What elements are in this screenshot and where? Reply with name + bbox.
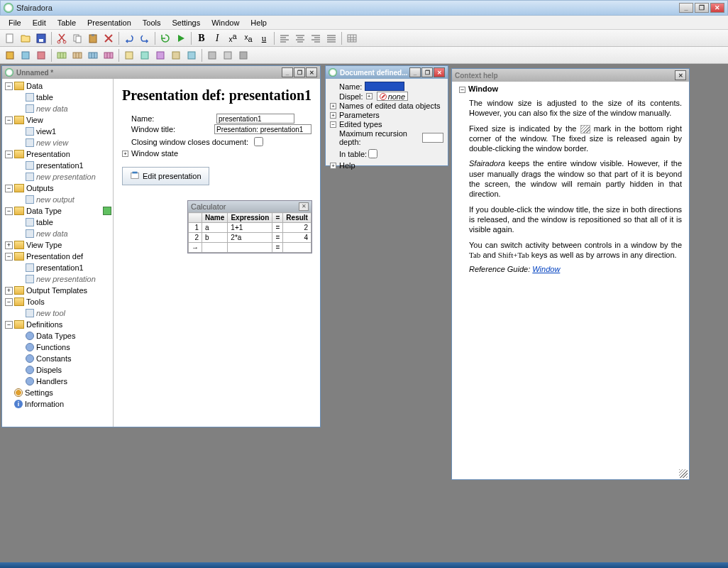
doc-help-label[interactable]: Help: [339, 161, 355, 170]
run-icon[interactable]: [174, 31, 188, 45]
window-help-titlebar[interactable]: Context help ✕: [452, 69, 689, 82]
bold-icon[interactable]: B: [194, 31, 209, 45]
tree-settings[interactable]: Settings: [4, 387, 111, 398]
doc-dispel-value[interactable]: none: [377, 92, 408, 101]
restore-button[interactable]: ❐: [695, 3, 709, 13]
doc-names-label[interactable]: Names of edited data objects: [339, 102, 440, 110]
menu-settings[interactable]: Settings: [166, 17, 206, 28]
window-unnamed-close[interactable]: ✕: [306, 67, 317, 77]
tool-icon-4[interactable]: [55, 48, 69, 62]
tree-definitions[interactable]: −Definitions: [4, 319, 111, 330]
doc-dispel-expand[interactable]: +: [366, 93, 373, 99]
window-unnamed-maximize[interactable]: ❐: [294, 67, 305, 77]
doc-intable-checkbox[interactable]: [368, 149, 377, 158]
tree-functions[interactable]: Functions: [4, 342, 111, 353]
menu-presentation[interactable]: Presentation: [82, 17, 137, 28]
tree-view1[interactable]: view1: [4, 126, 111, 137]
window-docdef-maximize[interactable]: ❐: [421, 67, 433, 77]
doc-types-label[interactable]: Edited types: [339, 120, 382, 129]
minimize-button[interactable]: _: [679, 3, 693, 13]
tree-datatype-newdata[interactable]: new data: [4, 228, 111, 239]
tree-data[interactable]: −Data: [4, 80, 111, 92]
window-unnamed-titlebar[interactable]: Unnamed * _ ❐ ✕: [2, 66, 320, 79]
tree-outputs[interactable]: −Outputs: [4, 182, 111, 194]
refresh-icon[interactable]: [158, 31, 172, 45]
tree-tools[interactable]: −Tools: [4, 296, 111, 307]
align-right-icon[interactable]: [309, 31, 323, 45]
tree-view[interactable]: −View: [4, 114, 111, 126]
tree-handlers[interactable]: Handlers: [4, 376, 111, 387]
menu-file[interactable]: File: [3, 17, 27, 28]
tree-information[interactable]: iInformation: [4, 398, 111, 410]
cut-icon[interactable]: [55, 31, 69, 45]
resize-grip-icon[interactable]: [679, 469, 688, 478]
tool-icon-13[interactable]: [205, 48, 219, 62]
undo-icon[interactable]: [122, 31, 136, 45]
tree-dispels[interactable]: Dispels: [4, 364, 111, 376]
tree-newview[interactable]: new view: [4, 137, 111, 148]
doc-types-expand[interactable]: −: [330, 121, 336, 128]
help-body[interactable]: −Window The window size is adjusted to t…: [452, 82, 689, 479]
window-unnamed-minimize[interactable]: _: [282, 67, 293, 77]
tool-icon-1[interactable]: [3, 48, 17, 62]
calculator-titlebar[interactable]: Calculator ✕: [188, 201, 311, 212]
align-justify-icon[interactable]: [324, 31, 338, 45]
paste-icon[interactable]: [86, 31, 100, 45]
calc-arrow-icon[interactable]: →: [189, 243, 202, 253]
tool-icon-7[interactable]: [101, 48, 116, 62]
table-icon[interactable]: [345, 31, 359, 45]
prop-closing-checkbox[interactable]: [254, 137, 263, 146]
tool-icon-11[interactable]: [169, 48, 183, 62]
tree-outtpl[interactable]: +Output Templates: [4, 285, 111, 296]
menu-table[interactable]: Table: [52, 17, 82, 28]
tree-newtool[interactable]: new tool: [4, 307, 111, 319]
align-center-icon[interactable]: [293, 31, 307, 45]
window-docdef-close[interactable]: ✕: [434, 67, 445, 77]
calc-col-name[interactable]: Name: [202, 213, 228, 223]
calculator-table[interactable]: NameExpression=Result 1a1+1=2 2b2*a=4 →=: [188, 212, 311, 253]
tree-newoutput[interactable]: new output: [4, 194, 111, 205]
subscript-icon[interactable]: xa: [241, 31, 255, 45]
copy-icon[interactable]: [70, 31, 84, 45]
align-left-icon[interactable]: [277, 31, 292, 45]
superscript-icon[interactable]: xa: [226, 31, 240, 45]
menu-edit[interactable]: Edit: [27, 17, 52, 28]
tree-presentation1[interactable]: presentation1: [4, 160, 111, 171]
tree-presdef-new[interactable]: new presentation: [4, 273, 111, 285]
tool-icon-9[interactable]: [138, 48, 152, 62]
doc-help-expand[interactable]: +: [330, 163, 336, 169]
doc-names-expand[interactable]: +: [330, 103, 336, 109]
delete-icon[interactable]: [101, 31, 116, 45]
tree-newpresentation[interactable]: new presentation: [4, 171, 111, 182]
new-file-icon[interactable]: [3, 31, 17, 45]
calc-col-eq[interactable]: =: [272, 213, 283, 223]
tool-icon-14[interactable]: [221, 48, 235, 62]
doc-maxrec-input[interactable]: [422, 133, 443, 143]
taskbar[interactable]: [0, 562, 728, 568]
prop-state-label[interactable]: Window state: [131, 149, 178, 158]
tree-constants[interactable]: Constants: [4, 353, 111, 364]
underline-icon[interactable]: u: [257, 31, 271, 45]
doc-name-input[interactable]: [365, 82, 404, 91]
open-icon[interactable]: [18, 31, 33, 45]
italic-icon[interactable]: I: [210, 31, 224, 45]
calculator-close[interactable]: ✕: [299, 202, 309, 211]
redo-icon[interactable]: [138, 31, 152, 45]
calculator-window[interactable]: Calculator ✕ NameExpression=Result 1a1+1…: [187, 200, 312, 253]
tool-icon-8[interactable]: [122, 48, 136, 62]
tool-icon-12[interactable]: [184, 48, 199, 62]
tree-datatype[interactable]: −Data Type: [4, 205, 111, 217]
help-section-collapse[interactable]: −: [459, 87, 465, 93]
tree-datatypes[interactable]: Data Types: [4, 330, 111, 342]
help-reference-link[interactable]: Window: [532, 265, 560, 273]
window-docdef-titlebar[interactable]: Document defined... _ ❐ ✕: [326, 66, 448, 79]
tool-icon-5[interactable]: [70, 48, 84, 62]
close-button[interactable]: ✕: [710, 3, 724, 13]
tree-presdef-presentation1[interactable]: presentation1: [4, 262, 111, 273]
tool-icon-6[interactable]: [86, 48, 100, 62]
prop-name-input[interactable]: [216, 114, 294, 124]
doc-params-expand[interactable]: +: [330, 112, 336, 119]
tree-panel[interactable]: −Data table new data −View view1 new vie…: [2, 79, 113, 427]
doc-params-label[interactable]: Parameters: [339, 111, 380, 119]
tool-icon-3[interactable]: [34, 48, 48, 62]
